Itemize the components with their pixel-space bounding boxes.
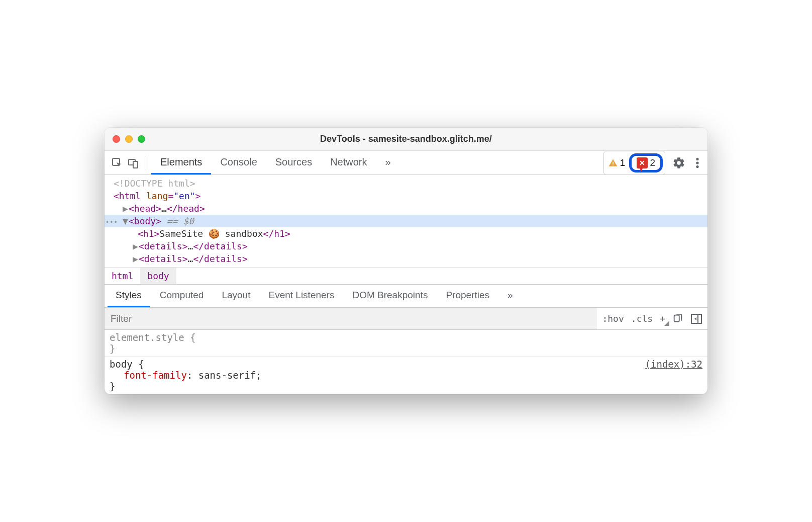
svg-rect-4 [613, 164, 614, 165]
collapse-icon[interactable]: ▼ [123, 216, 128, 226]
subtab-computed[interactable]: Computed [152, 285, 212, 307]
more-menu-icon[interactable] [692, 156, 702, 169]
svg-point-7 [696, 165, 698, 167]
dom-breadcrumb: html body [105, 267, 707, 285]
toolbar-right: 1 ✕ 2 [603, 151, 702, 175]
dom-details-1[interactable]: ▶<details>…</details> [105, 240, 707, 252]
element-style-close: } [110, 343, 702, 354]
subtab-styles[interactable]: Styles [108, 285, 150, 307]
main-toolbar: Elements Console Sources Network » 1 ✕ 2 [105, 151, 707, 175]
devtools-window: DevTools - samesite-sandbox.glitch.me/ E… [105, 128, 707, 394]
subtab-event-listeners[interactable]: Event Listeners [260, 285, 342, 307]
copy-styles-icon[interactable] [672, 313, 683, 324]
body-rule-close: } [110, 381, 702, 392]
more-tabs-button[interactable]: » [376, 151, 400, 175]
element-style-selector: element.style { [110, 332, 702, 343]
expand-icon[interactable]: ▶ [133, 253, 138, 264]
css-property[interactable]: font-family: sans-serif; [110, 370, 702, 381]
subtab-properties[interactable]: Properties [438, 285, 497, 307]
tab-sources[interactable]: Sources [266, 151, 321, 175]
tab-elements[interactable]: Elements [151, 151, 211, 175]
titlebar: DevTools - samesite-sandbox.glitch.me/ [105, 128, 707, 151]
css-property-value: sans-serif; [198, 370, 262, 381]
subtab-more[interactable]: » [499, 285, 521, 307]
breadcrumb-body[interactable]: body [140, 268, 176, 284]
dom-h1[interactable]: <h1>SameSite 🍪 sandbox</h1> [105, 227, 707, 240]
svg-rect-8 [674, 315, 679, 321]
tab-network[interactable]: Network [321, 151, 376, 175]
toolbar-separator [145, 156, 145, 169]
close-window-button[interactable] [113, 135, 120, 143]
inspect-element-icon[interactable] [110, 155, 125, 170]
expand-icon[interactable]: ▶ [123, 203, 128, 214]
window-title: DevTools - samesite-sandbox.glitch.me/ [105, 134, 707, 144]
dom-html-open[interactable]: <html lang="en"> [105, 190, 707, 202]
warnings-counter[interactable]: 1 [606, 157, 628, 168]
styles-filter-bar: :hov .cls + [105, 308, 707, 330]
issues-counter[interactable]: ✕ 2 [635, 157, 657, 168]
svg-point-5 [696, 157, 698, 160]
tab-console[interactable]: Console [211, 151, 266, 175]
css-property-name: font-family [124, 370, 187, 381]
svg-rect-2 [133, 161, 138, 168]
window-controls [113, 135, 145, 143]
dom-tree[interactable]: <!DOCTYPE html> <html lang="en"> ▶<head>… [105, 175, 707, 267]
subtab-layout[interactable]: Layout [214, 285, 258, 307]
element-style-rule[interactable]: element.style { } [105, 330, 707, 357]
svg-point-6 [696, 161, 698, 164]
dom-doctype[interactable]: <!DOCTYPE html> [105, 177, 707, 190]
svg-rect-3 [613, 161, 614, 163]
styles-rules: element.style { } (index):32 body { font… [105, 330, 707, 394]
rule-source-link[interactable]: (index):32 [645, 359, 702, 370]
body-rule[interactable]: (index):32 body { font-family: sans-seri… [105, 357, 707, 394]
issues-icon: ✕ [637, 157, 648, 168]
subtab-dom-breakpoints[interactable]: DOM Breakpoints [344, 285, 436, 307]
warnings-errors-group: 1 ✕ 2 [603, 151, 665, 175]
issues-count: 2 [650, 157, 655, 168]
styles-filter-buttons: :hov .cls + [597, 313, 707, 324]
dom-head[interactable]: ▶<head>…</head> [105, 202, 707, 215]
warning-icon [608, 158, 618, 168]
styles-filter-input[interactable] [105, 308, 597, 329]
new-style-rule-button[interactable]: + [660, 313, 665, 324]
zoom-window-button[interactable] [138, 135, 145, 143]
toggle-hover-button[interactable]: :hov [602, 313, 624, 324]
toggle-sidebar-icon[interactable] [690, 313, 702, 324]
panel-tabs: Elements Console Sources Network » [151, 151, 602, 175]
toggle-classes-button[interactable]: .cls [631, 313, 653, 324]
expand-icon[interactable]: ▶ [133, 241, 138, 251]
minimize-window-button[interactable] [125, 135, 133, 143]
breadcrumb-html[interactable]: html [105, 268, 140, 284]
settings-icon[interactable] [669, 156, 688, 169]
dom-body[interactable]: ▼<body> == $0 [105, 215, 707, 227]
device-toolbar-icon[interactable] [126, 155, 141, 170]
body-selector: body { [110, 359, 702, 370]
issues-highlight: ✕ 2 [629, 153, 663, 172]
styles-subpanel-tabs: Styles Computed Layout Event Listeners D… [105, 285, 707, 308]
dom-details-2[interactable]: ▶<details>…</details> [105, 252, 707, 265]
warnings-count: 1 [620, 157, 626, 168]
